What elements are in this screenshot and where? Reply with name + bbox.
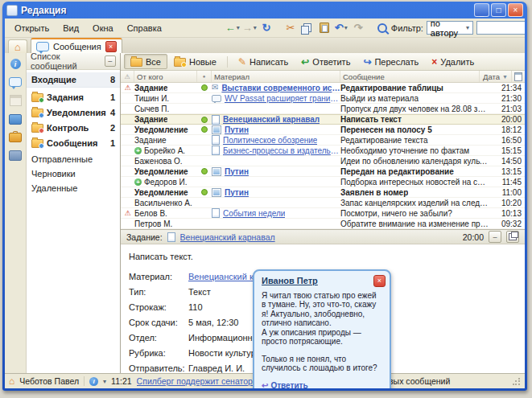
home-tab-button[interactable]: ⌂ xyxy=(8,39,27,53)
calendar-icon[interactable] xyxy=(10,95,22,106)
box-icon[interactable] xyxy=(9,114,22,125)
copy-button[interactable] xyxy=(299,21,315,35)
field-label: Тип: xyxy=(129,287,188,297)
table-row[interactable]: Петров М. Обратите внимание на изменение… xyxy=(121,219,525,229)
material-link[interactable]: События недели xyxy=(223,209,285,218)
sidebar-item-notifications[interactable]: Уведомления4 xyxy=(27,105,120,120)
search-button[interactable] xyxy=(374,21,390,35)
paste-button[interactable] xyxy=(316,21,332,35)
info-icon[interactable]: i xyxy=(10,59,21,69)
column-header-alert[interactable]: ⚠ xyxy=(121,71,134,82)
balloon-sender: Иванов Петр xyxy=(262,277,382,286)
sidebar-title: Список сообщений xyxy=(31,51,105,71)
filter-all-button[interactable]: Все xyxy=(124,54,167,69)
sidebar-item-drafts[interactable]: Черновики xyxy=(27,166,120,181)
table-row[interactable]: ⚠ Белов В. События недели Посмотри, ниче… xyxy=(121,208,525,219)
table-row[interactable]: Васильченко А. Запас канцелярских издели… xyxy=(121,198,525,208)
table-header: ⚠ От кого ● Материал Сообщение Дата▼ xyxy=(121,71,525,83)
balloon-reply-link[interactable]: Ответить xyxy=(270,381,307,389)
detail-popout-button[interactable] xyxy=(506,231,519,243)
table-row[interactable]: Задание Политическое обозрение Редактиро… xyxy=(121,135,525,146)
menu-view[interactable]: Вид xyxy=(56,22,85,35)
delete-icon: × xyxy=(431,56,437,68)
material-link[interactable]: Венецианский карнавал xyxy=(223,115,320,124)
sort-desc-icon: ▼ xyxy=(502,74,508,80)
delete-button[interactable]: ×Удалить xyxy=(425,54,480,69)
document-icon xyxy=(212,135,220,145)
forward-message-button[interactable]: ↪Переслать xyxy=(357,54,425,69)
reply-button[interactable]: ↩Ответить xyxy=(295,54,357,69)
material-link[interactable]: Путин xyxy=(225,125,249,134)
undo-button[interactable]: ↶▾ xyxy=(333,21,349,35)
resize-grip[interactable] xyxy=(512,377,521,386)
field-label: Отдел: xyxy=(129,333,188,343)
briefcase-icon[interactable] xyxy=(9,133,22,142)
photo-icon xyxy=(212,167,221,176)
minimize-button[interactable]: _ xyxy=(474,3,489,17)
warning-icon: ⚠ xyxy=(124,84,130,92)
material-link[interactable]: Путин xyxy=(225,167,249,176)
table-row[interactable]: Тишин И. WV Passat расширяет границы Вый… xyxy=(121,93,525,104)
speech-bubble-icon xyxy=(36,42,49,51)
photo-icon xyxy=(212,125,221,134)
filter-dropdown[interactable]: по автору▾ xyxy=(427,21,473,35)
field-value: 110 xyxy=(188,302,203,312)
filter-new-button[interactable]: Новые xyxy=(167,54,223,69)
sidebar-item-sent[interactable]: Отправленные xyxy=(27,152,120,166)
menu-help[interactable]: Справка xyxy=(121,22,168,35)
table-row[interactable]: Уведомление Путин Передан на редактирова… xyxy=(121,166,525,177)
column-chooser-button[interactable] xyxy=(512,71,525,82)
material-link[interactable]: Выставки современного искусства xyxy=(221,84,340,92)
chevron-down-icon[interactable]: ▾ xyxy=(103,378,106,385)
material-link[interactable]: Бизнес-процессы в издательском деле xyxy=(223,146,340,155)
column-header-material[interactable]: Материал xyxy=(212,71,340,82)
table-row[interactable]: +Борейко А. Бизнес-процессы в издательск… xyxy=(121,146,525,156)
cut-button[interactable]: ✂ xyxy=(282,21,299,35)
detail-header: Задание: Венецианский карнавал 20:00 – xyxy=(121,229,525,244)
info-icon[interactable]: i xyxy=(89,377,98,386)
menu-windows[interactable]: Окна xyxy=(86,22,120,35)
back-button[interactable]: ←▾ xyxy=(225,21,241,35)
sidebar-item-tasks[interactable]: Задания1 xyxy=(27,89,120,105)
material-link[interactable]: Политическое обозрение xyxy=(223,136,317,145)
new-author-icon: + xyxy=(134,147,142,154)
table-row[interactable]: Уведомление Путин Заявлен в номер 11:00 xyxy=(121,187,525,198)
sidebar-item-deleted[interactable]: Удаленные xyxy=(27,181,120,195)
window-title: Редакция xyxy=(21,5,471,16)
refresh-button[interactable]: ↻ xyxy=(258,21,274,35)
sidebar-item-inbox[interactable]: Входящие8 xyxy=(27,72,120,88)
maximize-button[interactable]: □ xyxy=(491,3,506,17)
close-button[interactable]: × xyxy=(508,3,523,17)
document-icon xyxy=(212,208,220,218)
detail-material-link[interactable]: Венецианский карнавал xyxy=(180,232,275,242)
balloon-close-icon[interactable]: × xyxy=(373,275,386,287)
table-row[interactable]: Уведомление Путин Перенесен на полосу 5 … xyxy=(121,125,525,135)
tab-close-icon[interactable]: × xyxy=(105,41,117,52)
filter-input[interactable] xyxy=(476,21,525,35)
forward-button[interactable]: →▾ xyxy=(241,21,258,35)
table-row[interactable]: ⚠ Задание ✉Выставки современного искусст… xyxy=(121,83,525,93)
sidebar-item-messages[interactable]: Сообщения1 xyxy=(27,135,120,150)
field-value: Главред И. И. xyxy=(188,363,245,373)
material-link[interactable]: WV Passat расширяет границы xyxy=(225,94,340,103)
archive-icon[interactable] xyxy=(9,150,22,161)
table-row[interactable]: +Федоров И. Подборка интересных новостей… xyxy=(121,177,525,187)
column-header-message[interactable]: Сообщение xyxy=(340,71,480,82)
table-row-selected[interactable]: Задание Венецианский карнавал Написать т… xyxy=(121,114,525,125)
detail-collapse-button[interactable]: – xyxy=(489,231,501,243)
pencil-icon: ✎ xyxy=(238,56,246,68)
photo-icon xyxy=(212,188,221,197)
write-button[interactable]: ✎Написать xyxy=(232,54,295,69)
menu-open[interactable]: Открыть xyxy=(8,22,56,35)
column-header-date[interactable]: Дата▼ xyxy=(480,71,512,82)
table-row[interactable]: Баженова О. Идеи по обновлению календаря… xyxy=(121,156,525,166)
home-icon: ⌂ xyxy=(9,375,14,387)
sidebar-collapse-button[interactable]: – xyxy=(105,55,116,67)
table-row[interactable]: Сычев П. Пропуск для двух человек на 28.… xyxy=(121,104,525,114)
sidebar-item-control[interactable]: Контроль2 xyxy=(27,120,120,135)
column-header-status[interactable]: ● xyxy=(197,71,212,82)
messages-icon[interactable] xyxy=(9,77,22,87)
material-link[interactable]: Путин xyxy=(225,188,249,197)
column-header-from[interactable]: От кого xyxy=(134,71,197,82)
redo-button[interactable]: ↷ xyxy=(350,21,366,35)
